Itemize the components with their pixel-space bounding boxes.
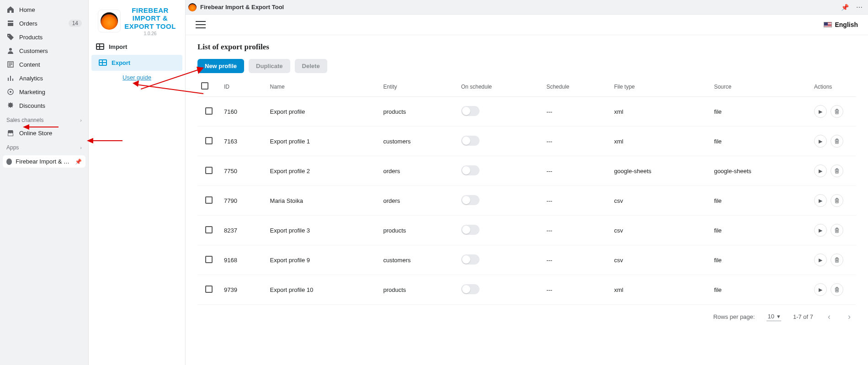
sidebar-item-products[interactable]: Products <box>0 30 88 44</box>
cell-on-schedule <box>458 97 543 127</box>
sidebar-item-discounts[interactable]: Discounts <box>0 99 88 112</box>
run-button[interactable]: ▶ <box>814 105 827 118</box>
sidebar-item-analytics[interactable]: Analytics <box>0 71 88 85</box>
sidebar-item-customers[interactable]: Customers <box>0 44 88 58</box>
cell-file-type: google-sheets <box>610 156 710 186</box>
col-id[interactable]: ID <box>220 77 266 97</box>
brand-logo <box>98 10 121 32</box>
cell-on-schedule <box>458 245 543 275</box>
user-guide-link[interactable]: User guide <box>122 74 151 81</box>
table-row[interactable]: 9168Export profile 9customers---csvfile▶ <box>197 245 856 275</box>
cell-id: 8237 <box>220 216 266 245</box>
row-checkbox[interactable] <box>205 137 213 144</box>
pagination: Rows per page: 10 ▾ 1-7 of 7 ‹ › <box>197 305 856 324</box>
sidebar-item-online-store[interactable]: Online Store <box>0 126 88 140</box>
sales-channels-heading[interactable]: Sales channels › <box>0 112 88 126</box>
top-strip: Firebear Import & Export Tool 📌 ⋯ <box>186 0 868 15</box>
new-profile-button[interactable]: New profile <box>197 59 244 73</box>
rows-per-page-select[interactable]: 10 ▾ <box>767 313 781 321</box>
table-row[interactable]: 7790Maria Stoikaorders---csvfile▶ <box>197 186 856 216</box>
user-icon <box>6 47 15 55</box>
col-on-schedule[interactable]: On schedule <box>458 77 543 97</box>
apps-heading[interactable]: Apps › <box>0 140 88 153</box>
us-flag-icon <box>824 22 832 27</box>
delete-row-button[interactable] <box>831 224 843 237</box>
content-icon <box>6 60 15 69</box>
next-page-button[interactable]: › <box>845 311 853 323</box>
prev-page-button[interactable]: ‹ <box>825 311 833 323</box>
pin-icon[interactable]: 📌 <box>75 159 82 165</box>
table-row[interactable]: 9739Export profile 10products---xmlfile▶ <box>197 275 856 305</box>
select-all-checkbox[interactable] <box>201 82 208 90</box>
more-icon[interactable]: ⋯ <box>854 2 864 13</box>
cell-file-type: csv <box>610 216 710 245</box>
row-checkbox[interactable] <box>205 196 213 204</box>
chevron-right-icon: › <box>80 117 82 123</box>
schedule-toggle[interactable] <box>461 106 479 116</box>
run-button[interactable]: ▶ <box>814 283 827 296</box>
col-schedule[interactable]: Schedule <box>543 77 610 97</box>
cell-entity: orders <box>380 156 458 186</box>
delete-button[interactable]: Delete <box>295 59 327 73</box>
schedule-toggle[interactable] <box>461 284 479 294</box>
schedule-toggle[interactable] <box>461 136 479 146</box>
side-link-label: Export <box>112 59 130 66</box>
run-button[interactable]: ▶ <box>814 224 827 237</box>
cell-source: file <box>710 245 810 275</box>
schedule-toggle[interactable] <box>461 165 479 175</box>
row-checkbox[interactable] <box>205 107 213 115</box>
delete-row-button[interactable] <box>831 194 843 207</box>
cell-schedule: --- <box>543 186 610 216</box>
row-checkbox[interactable] <box>205 167 213 174</box>
row-checkbox[interactable] <box>205 226 213 233</box>
profiles-table: ID Name Entity On schedule Schedule File… <box>197 77 856 305</box>
duplicate-button[interactable]: Duplicate <box>249 59 290 73</box>
sidebar-item-content[interactable]: Content <box>0 58 88 71</box>
table-row[interactable]: 7163Export profile 1customers---xmlfile▶ <box>197 127 856 156</box>
side-link-export[interactable]: Export <box>91 55 182 71</box>
schedule-toggle[interactable] <box>461 225 479 235</box>
page-title: List of export profiles <box>197 42 856 52</box>
schedule-toggle[interactable] <box>461 195 479 205</box>
cell-on-schedule <box>458 186 543 216</box>
app-label: Firebear Import & Exp... <box>16 158 71 165</box>
sidebar-item-home[interactable]: Home <box>0 3 88 16</box>
col-name[interactable]: Name <box>266 77 380 97</box>
hamburger-icon[interactable] <box>196 21 206 28</box>
pin-icon[interactable]: 📌 <box>839 2 851 13</box>
row-actions: ▶ <box>814 164 852 177</box>
cell-file-type: xml <box>610 275 710 305</box>
cell-entity: products <box>380 97 458 127</box>
table-row[interactable]: 7750Export profile 2orders---google-shee… <box>197 156 856 186</box>
cell-id: 9739 <box>220 275 266 305</box>
delete-row-button[interactable] <box>831 254 843 266</box>
cell-file-type: xml <box>610 127 710 156</box>
content-area: List of export profiles New profile Dupl… <box>186 35 868 365</box>
sidebar-item-marketing[interactable]: Marketing <box>0 85 88 99</box>
delete-row-button[interactable] <box>831 283 843 296</box>
page-range: 1-7 of 7 <box>793 313 813 320</box>
schedule-toggle[interactable] <box>461 254 479 264</box>
table-row[interactable]: 8237Export profile 3products---csvfile▶ <box>197 216 856 245</box>
col-file-type[interactable]: File type <box>610 77 710 97</box>
sidebar-item-orders[interactable]: Orders14 <box>0 16 88 30</box>
table-row[interactable]: 7160Export profileproducts---xmlfile▶ <box>197 97 856 127</box>
tag-icon <box>6 33 15 41</box>
delete-row-button[interactable] <box>831 135 843 148</box>
delete-row-button[interactable] <box>831 164 843 177</box>
run-button[interactable]: ▶ <box>814 164 827 177</box>
row-actions: ▶ <box>814 105 852 118</box>
run-button[interactable]: ▶ <box>814 194 827 207</box>
delete-row-button[interactable] <box>831 105 843 118</box>
col-entity[interactable]: Entity <box>380 77 458 97</box>
run-button[interactable]: ▶ <box>814 254 827 266</box>
svg-point-1 <box>10 91 11 93</box>
side-link-import[interactable]: Import <box>89 39 185 55</box>
row-checkbox[interactable] <box>205 256 213 263</box>
language-switcher[interactable]: English <box>824 21 858 28</box>
run-button[interactable]: ▶ <box>814 135 827 148</box>
col-source[interactable]: Source <box>710 77 810 97</box>
row-checkbox[interactable] <box>205 286 213 293</box>
sidebar-item-firebear-app[interactable]: Firebear Import & Exp... 📌 <box>3 155 85 168</box>
sales-channels-label: Sales channels <box>6 117 43 123</box>
